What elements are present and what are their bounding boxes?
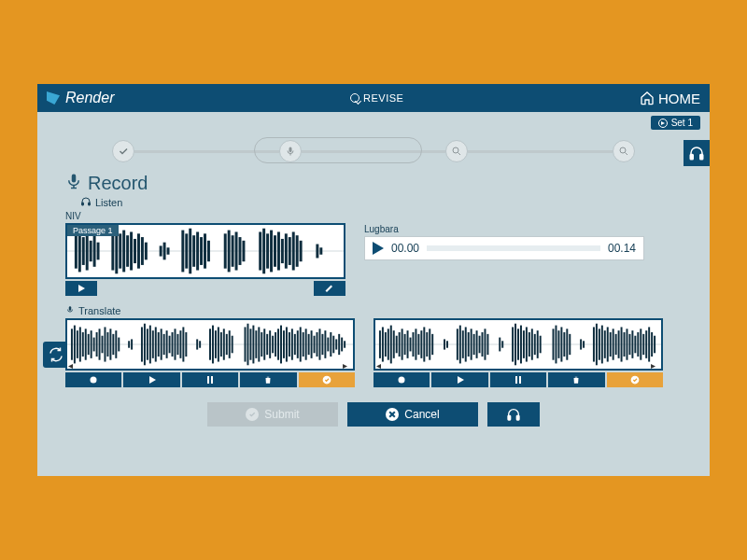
step-check[interactable] — [112, 140, 134, 162]
svg-rect-57 — [292, 231, 295, 270]
footer-headphones-button[interactable] — [487, 402, 540, 427]
svg-rect-71 — [88, 334, 90, 355]
player-track[interactable] — [427, 245, 600, 251]
svg-rect-14 — [75, 233, 78, 268]
section-title: Record — [65, 173, 710, 194]
x-circle-icon — [386, 408, 399, 421]
svg-rect-80 — [112, 334, 114, 355]
headphones-icon — [80, 196, 92, 209]
svg-rect-46 — [239, 237, 242, 265]
svg-rect-102 — [196, 339, 198, 349]
record-button[interactable] — [65, 372, 121, 387]
translate-col-1: ◂ ▸ — [65, 318, 355, 387]
cancel-button[interactable]: Cancel — [347, 402, 478, 427]
svg-rect-41 — [207, 241, 210, 261]
scroll-left-icon[interactable]: ◂ — [68, 360, 78, 370]
svg-rect-183 — [471, 329, 472, 359]
svg-rect-103 — [199, 341, 201, 347]
svg-rect-76 — [102, 336, 104, 354]
home-label: HOME — [658, 91, 700, 106]
niv-play-button[interactable] — [65, 281, 97, 296]
svg-rect-120 — [263, 329, 265, 359]
step-search-1[interactable] — [445, 140, 468, 162]
pause-button[interactable] — [182, 372, 238, 387]
svg-rect-206 — [560, 327, 562, 361]
translate-waveform-1[interactable]: ◂ ▸ — [65, 318, 355, 371]
svg-rect-61 — [319, 247, 322, 254]
svg-rect-20 — [97, 243, 100, 260]
revise-icon — [350, 93, 359, 103]
headphones-side-button[interactable] — [684, 140, 710, 166]
scroll-left-icon[interactable]: ◂ — [376, 360, 386, 370]
record-button[interactable] — [374, 372, 430, 387]
step-search-2[interactable] — [613, 140, 635, 162]
play-button[interactable] — [431, 372, 487, 387]
svg-rect-195 — [520, 326, 522, 364]
waveform-graphic — [67, 320, 353, 369]
svg-rect-232 — [648, 327, 650, 361]
confirm-button[interactable] — [299, 372, 355, 387]
app-header: Render REVISE HOME — [37, 84, 710, 112]
niv-waveform[interactable]: Passage 1 — [65, 223, 345, 279]
svg-rect-188 — [484, 329, 486, 359]
set-pill[interactable]: Set 1 — [651, 116, 700, 130]
svg-rect-177 — [446, 341, 448, 347]
play-circle-icon — [658, 119, 668, 128]
svg-rect-89 — [152, 330, 154, 358]
svg-rect-47 — [242, 241, 245, 261]
player-play-button[interactable] — [373, 242, 384, 255]
svg-rect-221 — [618, 330, 620, 358]
home-button[interactable]: HOME — [640, 91, 700, 106]
scroll-right-icon[interactable]: ▸ — [343, 360, 352, 370]
svg-rect-153 — [211, 376, 213, 384]
svg-rect-160 — [390, 326, 392, 364]
svg-rect-43 — [228, 231, 231, 273]
svg-rect-157 — [382, 327, 384, 361]
svg-rect-222 — [621, 327, 623, 361]
svg-rect-63 — [69, 306, 72, 311]
svg-rect-220 — [615, 334, 617, 355]
svg-rect-196 — [523, 330, 525, 358]
svg-rect-161 — [393, 330, 395, 358]
svg-rect-1 — [700, 155, 703, 160]
play-button[interactable] — [123, 372, 179, 387]
svg-rect-51 — [270, 231, 273, 273]
svg-rect-159 — [388, 329, 389, 359]
delete-button[interactable] — [548, 372, 604, 387]
svg-rect-162 — [396, 336, 398, 354]
svg-marker-236 — [458, 376, 464, 384]
svg-rect-115 — [249, 329, 251, 359]
step-mic[interactable] — [279, 140, 302, 162]
svg-rect-53 — [277, 231, 280, 270]
pause-button[interactable] — [490, 372, 546, 387]
svg-rect-36 — [189, 229, 191, 274]
svg-rect-121 — [266, 334, 268, 355]
svg-rect-227 — [634, 336, 636, 354]
listen-label: Listen — [95, 197, 122, 208]
translate-waveform-2[interactable]: ◂ ▸ — [374, 318, 663, 371]
svg-rect-116 — [252, 326, 254, 364]
svg-rect-118 — [258, 327, 260, 361]
svg-marker-62 — [78, 285, 85, 292]
scroll-right-icon[interactable]: ▸ — [651, 360, 660, 370]
submit-button[interactable]: Submit — [207, 402, 338, 427]
svg-marker-151 — [149, 376, 156, 384]
niv-controls — [65, 281, 345, 296]
svg-rect-131 — [294, 334, 296, 355]
delete-button[interactable] — [240, 372, 296, 387]
revise-button[interactable]: REVISE — [114, 92, 640, 104]
translate-row: Translate — [65, 305, 710, 316]
svg-point-235 — [399, 377, 405, 384]
svg-rect-105 — [212, 326, 214, 364]
svg-rect-178 — [457, 329, 458, 359]
svg-rect-152 — [207, 376, 209, 384]
svg-rect-34 — [181, 231, 184, 273]
translate-col-2: ◂ ▸ — [374, 318, 663, 387]
svg-rect-98 — [176, 334, 178, 355]
confirm-button[interactable] — [607, 372, 663, 387]
niv-edit-button[interactable] — [314, 281, 345, 296]
svg-rect-111 — [229, 330, 231, 358]
svg-rect-168 — [412, 332, 414, 357]
waveform-graphic — [375, 320, 661, 369]
svg-rect-68 — [79, 327, 81, 361]
